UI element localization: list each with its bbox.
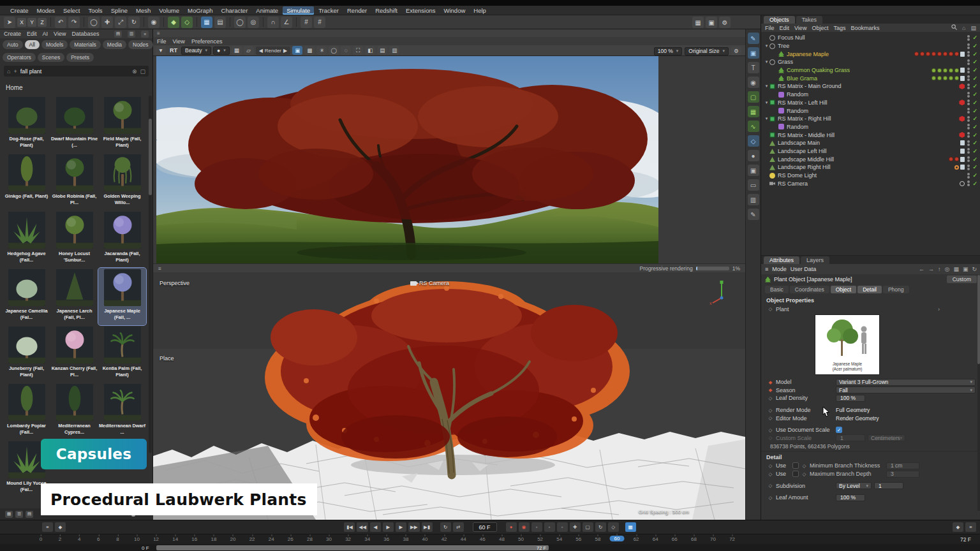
stage-icon[interactable]: ▭ (748, 179, 759, 191)
property-dropdown[interactable]: Variant 3 Full-Grown▾ (836, 379, 976, 386)
asset-item[interactable]: Japanese Larch (Fall, Pl... (50, 268, 98, 325)
frame-tick[interactable]: 32 (345, 536, 351, 542)
keyframe-dot[interactable]: ◇ (768, 495, 773, 501)
asset-item[interactable]: Kentia Palm (Fall, Plant) (98, 325, 146, 383)
grid-icon[interactable]: ▦ (953, 266, 959, 272)
visibility-dots[interactable] (967, 173, 970, 179)
attr-tab-detail[interactable]: Detail (858, 286, 882, 293)
filter-tab-nodes[interactable]: Nodes (128, 40, 153, 49)
enabled-check-icon[interactable]: ✓ (972, 164, 977, 170)
keyframe-dot[interactable]: ◇ (768, 395, 773, 401)
list-view-icon[interactable]: ☰ (15, 511, 23, 518)
object-row[interactable]: Landscape Left Hill✓ (761, 147, 980, 156)
enabled-check-icon[interactable]: ✓ (972, 140, 977, 146)
property-field[interactable]: 1 (836, 434, 865, 441)
plant-thumbnail-preview[interactable]: Japanese Maple (Acer palmatum) (815, 314, 880, 375)
autokey-mode-icon[interactable]: ▦ (625, 522, 636, 532)
expander-icon[interactable]: ▾ (764, 116, 769, 121)
render-menu-view[interactable]: View (173, 38, 185, 45)
frame-tick[interactable]: 24 (269, 536, 274, 542)
material-chip[interactable] (949, 76, 953, 80)
keyframe-dot[interactable]: ◇ (768, 463, 773, 469)
redshift-material-chip[interactable] (959, 132, 965, 138)
key-filter-2-icon[interactable]: ◦ (544, 522, 555, 532)
filter-tab-models[interactable]: Models (41, 40, 68, 49)
object-row[interactable]: Landscape Middle Hill✓ (761, 155, 980, 163)
transport-next-frame-icon[interactable]: ▶ (396, 522, 406, 532)
visibility-dots[interactable] (967, 124, 970, 129)
toolbar-snap-workplane-icon[interactable]: ▤ (214, 17, 226, 28)
protection-tag-icon[interactable] (954, 165, 959, 170)
menu-help[interactable]: Help (470, 6, 490, 15)
asset-item[interactable]: Jacaranda (Fall, Plant) (98, 210, 146, 268)
cursor-tool-icon[interactable]: ➤ (4, 17, 15, 28)
frame-tick[interactable]: 10 (134, 536, 140, 542)
key-position-icon[interactable]: ✚ (570, 522, 581, 532)
toolbar-snap-grid-icon[interactable]: ▦ (201, 17, 212, 28)
home-icon[interactable]: ⌂ (962, 25, 965, 31)
material-chip[interactable] (954, 68, 959, 73)
next-render-icon[interactable]: ▶ (283, 48, 287, 54)
toolbar-viewport-solo-icon[interactable]: ◯ (234, 17, 246, 28)
frame-tick[interactable]: 0 (40, 536, 42, 542)
render-layer-dropdown[interactable]: ●▾ (213, 47, 230, 55)
ping-pong-icon[interactable]: ⇄ (453, 522, 464, 532)
menu-create[interactable]: Create (6, 6, 33, 15)
toolbar-modeling-command-icon[interactable]: # (301, 17, 312, 28)
object-row[interactable]: ▾RS Matrix - Right Hill✓ (761, 115, 980, 123)
enabled-check-icon[interactable]: ✓ (972, 108, 977, 114)
frame-tick[interactable]: 40 (422, 536, 428, 542)
frame-tick[interactable]: 26 (288, 536, 293, 542)
timeline-options-icon[interactable]: ≡ (965, 522, 976, 532)
enabled-check-icon[interactable]: ✓ (972, 180, 977, 187)
attr-tab-basic[interactable]: Basic (765, 286, 789, 293)
panel-menu-icon[interactable]: ≡ (141, 31, 149, 38)
phong-tag-icon[interactable] (960, 68, 965, 73)
frame-tick[interactable]: 20 (230, 536, 236, 542)
filter-icon[interactable]: ▤ (970, 25, 976, 31)
asset-menu-ai[interactable]: AI (43, 31, 48, 37)
render-settings-gear-icon[interactable]: ⚙ (731, 47, 741, 55)
asset-item[interactable]: Japanese Camellia (Fal... (3, 268, 50, 325)
search-input[interactable]: fall plant (20, 68, 129, 75)
toolbar-render-to-picture-viewer-icon[interactable]: ▣ (706, 17, 717, 28)
visibility-dots[interactable] (967, 84, 970, 89)
enabled-check-icon[interactable]: ✓ (972, 115, 977, 122)
display-icon[interactable]: ▥ (748, 194, 759, 205)
menu-mesh[interactable]: Mesh (132, 6, 154, 15)
annotation-pen-icon[interactable]: ✎ (748, 209, 759, 220)
render-menu-file[interactable]: File (157, 38, 167, 45)
asset-menu-create[interactable]: Create (4, 31, 21, 37)
enabled-check-icon[interactable]: ✓ (972, 59, 977, 65)
timeline-keys-icon[interactable]: ◆ (55, 522, 66, 532)
material-chip[interactable] (914, 52, 919, 56)
frame-tick[interactable]: 48 (499, 536, 505, 542)
user-data-label[interactable]: User Data (791, 266, 817, 272)
material-chip[interactable] (943, 68, 947, 73)
tab-takes[interactable]: Takes (796, 16, 823, 24)
asset-menu-databases[interactable]: Databases (71, 31, 99, 37)
frame-tick[interactable]: 2 (59, 536, 61, 542)
use-checkbox[interactable] (792, 462, 799, 469)
tab-attributes[interactable]: Attributes (764, 256, 799, 264)
renderview-grid-icon[interactable]: ▦ (232, 46, 242, 55)
search-clear-icon[interactable]: ⊗ (132, 68, 137, 75)
renderview-fullscreen-icon[interactable]: ⛶ (353, 46, 363, 55)
om-menu-view[interactable]: View (794, 25, 806, 31)
transport-play-icon[interactable]: ▶ (383, 522, 394, 532)
asset-menu-edit[interactable]: Edit (27, 31, 37, 37)
tab-layers[interactable]: Layers (801, 256, 829, 264)
loop-icon[interactable]: ↻ (440, 522, 451, 532)
toolbar-last-tool-icon[interactable]: ◉ (148, 17, 160, 28)
object-row[interactable]: Focus Null✓ (761, 34, 980, 42)
key-filter-3-icon[interactable]: ◦ (557, 522, 568, 532)
asset-item[interactable]: Dwarf Mountain Pine (... (50, 96, 98, 153)
frame-tick[interactable]: 62 (634, 536, 639, 542)
material-chip[interactable] (937, 76, 942, 80)
renderview-lock-icon[interactable]: ▣ (292, 46, 302, 55)
visibility-dots[interactable] (967, 51, 970, 57)
attr-menu-icon[interactable]: ≡ (765, 266, 768, 272)
visibility-dots[interactable] (967, 132, 970, 138)
phong-tag-icon[interactable] (960, 52, 965, 57)
toolbar-viewport-filter-icon[interactable]: ◎ (248, 17, 259, 28)
